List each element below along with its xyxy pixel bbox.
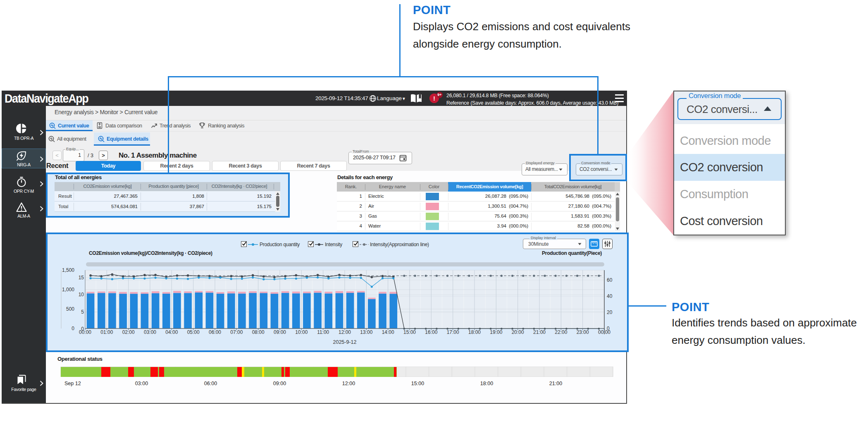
svg-text:15:00: 15:00 <box>411 381 424 386</box>
svg-text:Sep 12: Sep 12 <box>64 381 81 386</box>
svg-text:18:00: 18:00 <box>480 381 493 386</box>
svg-text:09:00: 09:00 <box>273 381 286 386</box>
svg-text:12:00: 12:00 <box>342 381 355 386</box>
svg-text:06:00: 06:00 <box>204 381 217 386</box>
svg-text:21:00: 21:00 <box>549 381 562 386</box>
svg-text:03:00: 03:00 <box>135 381 148 386</box>
